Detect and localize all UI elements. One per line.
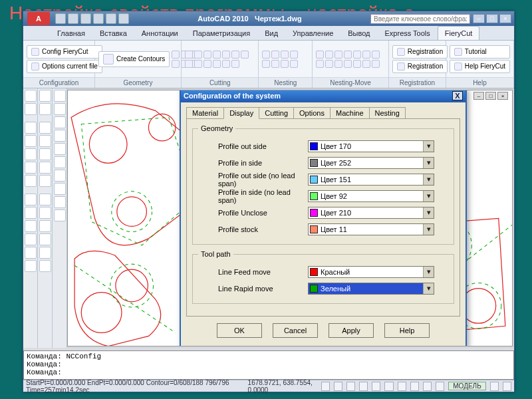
tool-icon[interactable] [25, 260, 37, 272]
tool-icon[interactable] [185, 60, 193, 68]
registration-button[interactable]: Registration [392, 45, 448, 59]
tool-icon[interactable] [231, 60, 239, 68]
qat-print-icon[interactable] [118, 13, 129, 24]
chevron-down-icon[interactable]: ▾ [423, 224, 434, 235]
ribbon-tab[interactable]: Главная [50, 26, 92, 40]
tool-icon[interactable] [213, 60, 221, 68]
tool-icon[interactable] [39, 90, 51, 102]
color-combo[interactable]: Цвет 11▾ [308, 223, 434, 235]
qat-redo-icon[interactable] [106, 13, 116, 24]
chevron-down-icon[interactable]: ▾ [423, 158, 434, 168]
tool-icon[interactable] [353, 51, 361, 59]
tool-icon[interactable] [39, 260, 51, 272]
tool-icon[interactable] [25, 175, 37, 187]
tool-icon[interactable] [54, 196, 66, 208]
tool-icon[interactable] [25, 148, 37, 160]
ribbon-tab[interactable]: Вставка [92, 26, 134, 40]
registration2-button[interactable]: Registration [392, 60, 448, 73]
tutorial-button[interactable]: Tutorial [450, 45, 510, 59]
qat-undo-icon[interactable] [93, 13, 104, 24]
model-space-button[interactable]: МОДЕЛЬ [448, 382, 485, 390]
tool-icon[interactable] [334, 51, 342, 59]
tool-icon[interactable] [290, 60, 298, 68]
tool-icon[interactable] [222, 51, 230, 59]
config-fierycut-button[interactable]: Config FieryCut [27, 45, 102, 59]
help-fierycut-button[interactable]: Help FieryCut [450, 60, 510, 73]
ribbon-tab[interactable]: Управление [285, 26, 340, 40]
tool-icon[interactable] [39, 162, 51, 174]
qat-new-icon[interactable] [55, 13, 66, 24]
search-input[interactable] [370, 14, 470, 24]
tool-icon[interactable] [271, 51, 279, 59]
tool-icon[interactable] [185, 51, 193, 59]
qat-open-icon[interactable] [68, 13, 78, 24]
tool-icon[interactable] [194, 60, 202, 68]
ribbon-tab[interactable]: Express Tools [378, 26, 438, 40]
chevron-down-icon[interactable]: ▾ [423, 207, 434, 218]
tool-icon[interactable] [362, 51, 370, 59]
tool-icon[interactable] [271, 60, 279, 68]
tool-icon[interactable] [39, 247, 51, 259]
tool-icon[interactable] [344, 60, 352, 68]
color-combo[interactable]: Цвет 252▾ [308, 157, 434, 169]
tool-icon[interactable] [194, 51, 202, 59]
tool-icon[interactable] [372, 60, 380, 68]
status-toggle[interactable] [490, 382, 499, 391]
ribbon-tab[interactable]: Вывод [340, 26, 377, 40]
app-menu-button[interactable]: A [27, 12, 50, 25]
tool-icon[interactable] [54, 183, 66, 195]
tool-icon[interactable] [25, 103, 37, 115]
options-current-file-button[interactable]: Options current file [27, 60, 102, 73]
dialog-tab[interactable]: Machine [330, 107, 370, 119]
tool-icon[interactable] [222, 60, 230, 68]
tool-icon[interactable] [39, 194, 51, 205]
tool-icon[interactable] [39, 148, 51, 160]
tool-icon[interactable] [344, 51, 352, 59]
color-combo[interactable]: Цвет 170▾ [308, 140, 434, 152]
tool-icon[interactable] [54, 170, 66, 182]
tool-icon[interactable] [54, 103, 66, 115]
status-toggle[interactable] [372, 382, 380, 391]
tool-icon[interactable] [25, 90, 37, 102]
ribbon-tab[interactable]: Вид [257, 26, 285, 40]
tool-icon[interactable] [362, 60, 370, 68]
status-toggle[interactable] [503, 382, 511, 391]
dialog-titlebar[interactable]: Configuration of the system X [181, 90, 466, 102]
chevron-down-icon[interactable]: ▾ [423, 267, 434, 277]
tool-icon[interactable] [172, 60, 180, 68]
window-minimize-button[interactable]: – [473, 14, 485, 23]
tool-icon[interactable] [325, 60, 333, 68]
tool-icon[interactable] [25, 220, 37, 232]
tool-icon[interactable] [203, 60, 211, 68]
dialog-close-button[interactable]: X [452, 91, 463, 100]
tool-icon[interactable] [372, 51, 380, 59]
tool-icon[interactable] [54, 116, 66, 128]
status-toggle[interactable] [346, 382, 355, 391]
window-maximize-button[interactable]: □ [486, 14, 498, 23]
tool-icon[interactable] [54, 209, 66, 221]
ribbon-tab[interactable]: Аннотации [134, 26, 186, 40]
tool-icon[interactable] [334, 60, 342, 68]
tool-icon[interactable] [25, 135, 37, 147]
tool-icon[interactable] [54, 143, 66, 155]
tool-icon[interactable] [39, 103, 51, 115]
color-combo[interactable]: Цвет 151▾ [308, 174, 434, 186]
tool-icon[interactable] [25, 162, 37, 174]
tool-icon[interactable] [25, 122, 37, 134]
apply-button[interactable]: Apply [329, 323, 374, 338]
tool-icon[interactable] [25, 194, 37, 205]
tool-icon[interactable] [316, 60, 324, 68]
ok-button[interactable]: OK [217, 323, 262, 338]
dialog-tab[interactable]: Nesting [369, 107, 406, 119]
dialog-tab[interactable]: Material [186, 107, 224, 119]
command-window[interactable]: Команда: NCConfigКоманда:Команда: [23, 350, 514, 380]
window-close-button[interactable]: × [499, 14, 511, 23]
dialog-tab[interactable]: Options [293, 107, 331, 119]
color-combo[interactable]: Цвет 92▾ [308, 190, 434, 202]
status-toggle[interactable] [410, 382, 419, 391]
status-toggle[interactable] [436, 382, 444, 391]
tool-icon[interactable] [353, 60, 361, 68]
tool-icon[interactable] [39, 135, 51, 147]
tool-icon[interactable] [25, 247, 37, 259]
tool-icon[interactable] [241, 51, 249, 59]
